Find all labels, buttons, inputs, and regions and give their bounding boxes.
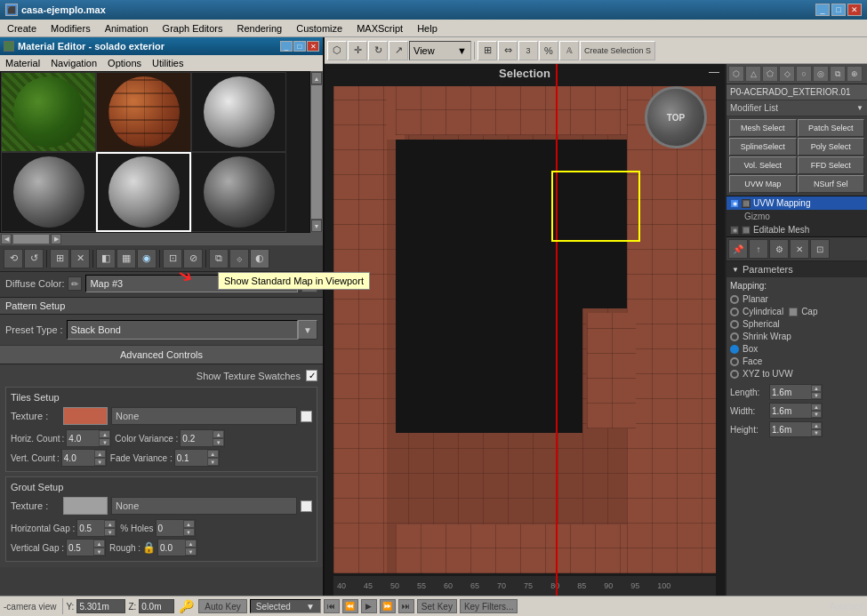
height-up[interactable]: ▲ [811,422,822,429]
mod-tool-2[interactable]: △ [745,66,761,82]
height-field[interactable]: 1.6m [770,422,811,436]
preset-dropdown-btn[interactable]: ▼ [298,320,317,340]
mat-menu-options[interactable]: Options [102,57,147,69]
width-down[interactable]: ▼ [811,411,822,418]
radio-cylindrical[interactable]: Cylindrical Cap [730,307,863,316]
length-down[interactable]: ▼ [811,392,822,399]
horiz-gap-up[interactable]: ▲ [104,520,116,528]
toolbar-snap[interactable]: ⊞ [478,41,497,60]
toolbar-percent[interactable]: % [539,41,558,60]
menu-maxscript[interactable]: MAXScript [349,21,410,36]
length-field[interactable]: 1.6m [770,385,811,399]
view-dropdown[interactable]: View▼ [409,41,471,60]
toolbar-named[interactable]: 𝔸 [559,41,579,60]
eyedropper-icon[interactable]: ✏ [68,276,82,291]
mod-tool-4[interactable]: ◇ [779,66,795,82]
width-up[interactable]: ▲ [811,404,822,411]
toolbar-more[interactable]: Create Selection S [580,41,655,60]
poly-select-btn[interactable]: Poly Select [798,138,865,156]
hscroll-left-btn[interactable]: ◀ [1,234,12,244]
vol-select-btn[interactable]: Vol. Select [729,156,797,174]
mat-cell-5[interactable] [191,152,286,232]
vert-gap-up[interactable]: ▲ [93,540,105,548]
radio-box[interactable]: Box [730,344,863,354]
horiz-count-field[interactable]: 4.0 [67,430,99,446]
mat-tool-get[interactable]: ⟲ [4,249,23,268]
mod-stack-delete[interactable]: ✕ [790,239,809,259]
menu-create[interactable]: Create [0,21,44,36]
mat-cell-1[interactable] [96,72,191,152]
mat-cell-3[interactable] [1,152,96,232]
mod-stack-select[interactable]: ↑ [749,239,768,259]
toolbar-select-move[interactable]: ✛ [348,41,367,60]
mat-minimize-btn[interactable]: _ [280,41,293,52]
mod-tool-6[interactable]: ◎ [813,66,829,82]
vert-count-field[interactable]: 4.0 [62,450,94,466]
horiz-count-up[interactable]: ▲ [99,430,110,438]
playback-play[interactable]: ▶ [361,599,377,613]
playback-next[interactable]: ⏩ [380,599,396,613]
mod-tool-7[interactable]: ⧉ [830,66,846,82]
rough-down[interactable]: ▼ [185,548,197,556]
vert-gap-down[interactable]: ▼ [93,548,105,556]
mat-cell-4[interactable] [96,152,191,232]
radio-planar[interactable]: Planar [730,294,863,304]
menu-graph-editors[interactable]: Graph Editors [156,21,230,36]
fade-var-up[interactable]: ▲ [207,450,219,458]
mod-stack-add[interactable]: ⊡ [810,239,830,259]
ffd-select-btn[interactable]: FFD Select [798,156,865,174]
holes-down[interactable]: ▼ [183,528,195,536]
selected-dropdown[interactable]: Selected ▼ [250,599,321,613]
vert-count-up[interactable]: ▲ [94,450,106,458]
mat-menu-navigation[interactable]: Navigation [45,57,102,69]
color-var-field[interactable]: 0.2 [181,430,213,446]
playback-end[interactable]: ⏭ [398,599,414,613]
radio-spherical[interactable]: Spherical [730,319,863,329]
mod-editable-mesh[interactable]: ◉ ▤ Editable Mesh [727,223,867,236]
color-var-down[interactable]: ▼ [213,438,224,446]
maximize-btn[interactable]: □ [831,4,846,16]
rough-field[interactable]: 0.0 [158,540,185,556]
grout-check[interactable] [301,500,312,512]
spline-select-btn[interactable]: SplineSelect [729,138,797,156]
hscroll-right-btn[interactable]: ▶ [51,234,61,244]
mat-close-btn[interactable]: ✕ [307,41,319,52]
playback-start[interactable]: ⏮ [324,599,340,613]
mat-tool-assign[interactable]: ⊞ [50,249,69,268]
mat-tool-unique[interactable]: ⟐ [229,249,249,268]
menu-rendering[interactable]: Rendering [229,21,289,36]
toolbar-select-box[interactable]: ⬡ [327,41,347,60]
mat-tool-reset[interactable]: ✕ [70,249,90,268]
playback-prev[interactable]: ⏪ [342,599,358,613]
minimize-btn[interactable]: _ [815,4,830,16]
vert-count-down[interactable]: ▼ [94,458,106,466]
modifier-list-header[interactable]: Modifier List ▼ [727,100,867,116]
mod-tool-3[interactable]: ⬠ [762,66,778,82]
camera-gizmo[interactable]: TOP [645,86,707,148]
horiz-count-down[interactable]: ▼ [99,438,110,446]
mat-cell-2[interactable] [191,72,286,152]
height-down[interactable]: ▼ [811,429,822,436]
length-up[interactable]: ▲ [811,385,822,392]
holes-up[interactable]: ▲ [183,520,195,528]
mat-menu-material[interactable]: Material [0,57,45,69]
toolbar-rotate[interactable]: ↻ [368,41,388,60]
toolbar-scale[interactable]: ↗ [389,41,408,60]
viewport-minimize-icon[interactable]: — [709,66,719,78]
auto-key-btn[interactable]: Auto Key [198,599,247,613]
grout-color-swatch[interactable] [63,497,108,515]
horiz-gap-field[interactable]: 0.5 [77,520,104,536]
radio-face[interactable]: Face [730,356,863,366]
mat-maximize-btn[interactable]: □ [293,41,306,52]
close-btn[interactable]: ✕ [847,4,862,16]
menu-customize[interactable]: Customize [289,21,349,36]
mat-tool-sphere[interactable]: ◐ [250,249,269,268]
mesh-select-btn[interactable]: Mesh Select [729,119,797,137]
toolbar-mirror[interactable]: ⇔ [498,41,518,60]
mod-tool-5[interactable]: ○ [796,66,812,82]
patch-select-btn[interactable]: Patch Select [798,119,865,137]
width-field[interactable]: 1.6m [770,404,811,418]
rough-up[interactable]: ▲ [185,540,197,548]
mat-tool-copy[interactable]: ⧉ [209,249,229,268]
vert-gap-field[interactable]: 0.5 [67,540,93,556]
